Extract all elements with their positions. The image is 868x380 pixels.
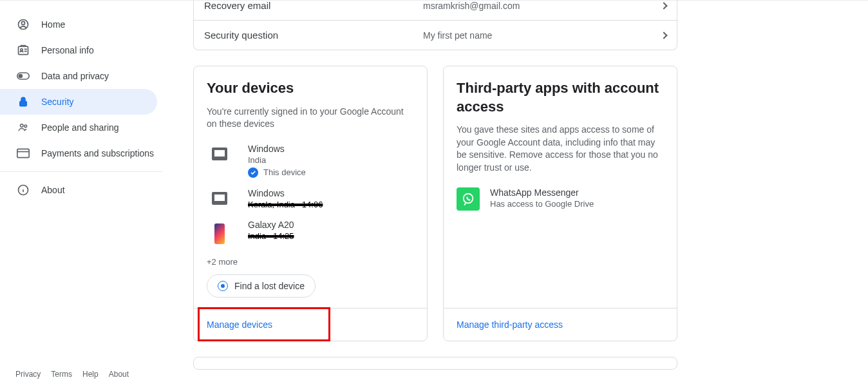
chevron-right-icon — [661, 33, 666, 38]
device-location: India · 14:25 — [248, 231, 294, 241]
sidebar-item-label: About — [41, 185, 65, 195]
sidebar-item-people-sharing[interactable]: People and sharing — [0, 115, 157, 140]
sidebar-item-label: Data and privacy — [41, 71, 109, 81]
sidebar: Home Personal info Data and privacy Secu… — [0, 0, 162, 380]
third-party-card: Third-party apps with account access You… — [443, 66, 677, 341]
security-question-row[interactable]: Security question My first pet name — [194, 20, 677, 50]
sidebar-item-label: People and sharing — [41, 122, 119, 133]
device-item-1[interactable]: Windows India This device — [207, 138, 414, 183]
device-item-3[interactable]: Galaxy A20 India · 14:25 — [207, 214, 414, 249]
sidebar-item-label: Payments and subscriptions — [41, 148, 154, 158]
svg-point-3 — [21, 49, 23, 51]
next-card-stub — [193, 357, 677, 370]
devices-card: Your devices You're currently signed in … — [193, 66, 428, 341]
svg-point-1 — [22, 21, 25, 24]
sidebar-item-personal-info[interactable]: Personal info — [0, 37, 157, 63]
devices-more-count[interactable]: +2 more — [207, 257, 414, 267]
device-name: Windows — [248, 188, 323, 198]
find-lost-label: Find a lost device — [234, 281, 305, 291]
manage-third-party-link[interactable]: Manage third-party access — [457, 319, 563, 330]
lock-icon — [15, 95, 31, 108]
third-party-desc: You gave these sites and apps access to … — [457, 124, 664, 174]
this-device-label: This device — [263, 167, 306, 177]
footer-privacy[interactable]: Privacy — [15, 370, 41, 379]
chevron-right-icon — [661, 3, 666, 8]
device-location: Kerala, India · 14:06 — [248, 200, 323, 209]
devices-desc: You're currently signed in to your Googl… — [207, 106, 414, 131]
third-party-title: Third-party apps with account access — [457, 79, 664, 116]
svg-rect-9 — [17, 149, 29, 157]
recovery-card: Recovery email msramkrish@gmail.com Secu… — [193, 0, 677, 50]
recovery-email-value: msramkrish@gmail.com — [423, 1, 661, 11]
recovery-email-row[interactable]: Recovery email msramkrish@gmail.com — [194, 0, 677, 20]
app-item-whatsapp[interactable]: WhatsApp Messenger Has access to Google … — [457, 187, 664, 211]
app-access-desc: Has access to Google Drive — [490, 199, 594, 209]
device-location: India — [248, 155, 306, 165]
badge-icon — [15, 44, 31, 57]
sidebar-item-label: Personal info — [41, 45, 94, 55]
device-name: Windows — [248, 144, 306, 154]
people-icon — [15, 122, 31, 133]
devices-title: Your devices — [207, 79, 414, 98]
sidebar-item-home[interactable]: Home — [0, 12, 157, 37]
device-item-2[interactable]: Windows Kerala, India · 14:06 — [207, 183, 414, 214]
sidebar-item-label: Home — [41, 19, 65, 30]
desktop-icon — [207, 144, 232, 160]
svg-rect-6 — [20, 101, 27, 106]
account-circle-icon — [15, 18, 31, 31]
app-name: WhatsApp Messenger — [490, 187, 594, 198]
svg-point-8 — [24, 125, 27, 128]
manage-devices-link[interactable]: Manage devices — [207, 319, 272, 330]
sidebar-item-data-privacy[interactable]: Data and privacy — [0, 63, 157, 89]
sidebar-item-about[interactable]: About — [0, 177, 157, 203]
card-icon — [15, 148, 31, 158]
footer-links: Privacy Terms Help About — [0, 370, 162, 380]
svg-point-5 — [19, 75, 22, 78]
security-question-value: My first pet name — [423, 30, 661, 41]
recovery-email-label: Recovery email — [204, 0, 423, 11]
desktop-icon — [207, 188, 232, 205]
sidebar-item-label: Security — [41, 97, 74, 107]
footer-help[interactable]: Help — [82, 370, 99, 379]
sidebar-item-payments[interactable]: Payments and subscriptions — [0, 140, 157, 166]
svg-point-7 — [21, 124, 24, 128]
find-lost-device-button[interactable]: Find a lost device — [207, 274, 316, 298]
phone-icon — [207, 220, 232, 244]
check-badge-icon — [248, 167, 258, 178]
target-icon — [218, 281, 228, 291]
svg-rect-2 — [19, 46, 28, 55]
footer-about[interactable]: About — [109, 370, 129, 379]
info-icon — [15, 184, 31, 196]
whatsapp-icon — [457, 187, 480, 211]
main-content: Recovery email msramkrish@gmail.com Secu… — [162, 0, 868, 380]
toggle-icon — [15, 71, 31, 81]
sidebar-item-security[interactable]: Security — [0, 89, 157, 115]
device-name: Galaxy A20 — [248, 220, 294, 230]
security-question-label: Security question — [204, 30, 423, 41]
footer-terms[interactable]: Terms — [51, 370, 72, 379]
svg-point-11 — [464, 193, 473, 203]
